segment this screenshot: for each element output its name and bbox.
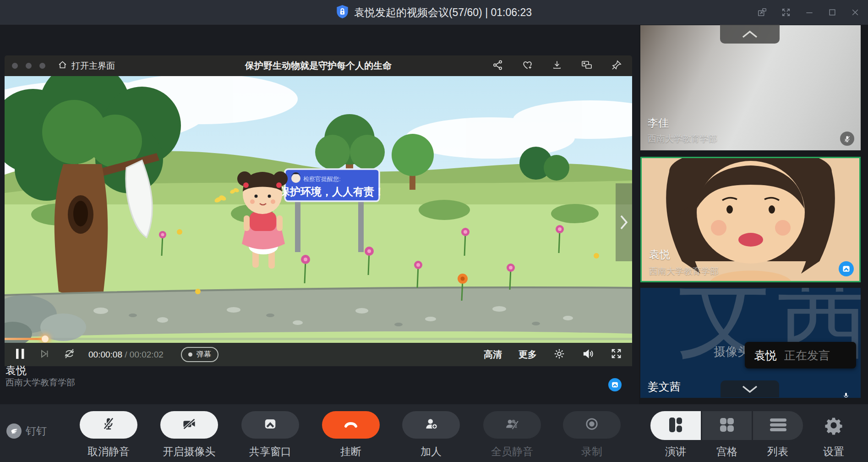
video-content[interactable]: 检察官提醒您: 保护环境，人人有责！ [5,76,632,343]
shared-window-topbar: 打开主界面 保护野生动物就是守护每个人的生命 [5,55,632,76]
hangup-label: 挂断 [305,445,397,459]
speaker-name: 袁悦 [754,348,777,363]
scroll-down-button[interactable] [721,380,779,397]
shared-video-window: 打开主界面 保护野生动物就是守护每个人的生命 [5,55,632,366]
loop-off-icon[interactable] [63,347,76,362]
participants-sidebar: 李佳 西南大学教育学部 [639,25,868,404]
presenter-org: 西南大学教育学部 [5,377,75,389]
stage-next-button[interactable] [616,183,632,261]
add-person-button[interactable] [402,411,460,439]
chevron-down-icon [741,385,759,393]
minimize-icon[interactable] [805,8,814,17]
camera-on-button[interactable] [160,411,218,439]
participant-name: 袁悦 [649,248,670,262]
screen-sharing-badge-icon [608,378,622,391]
participant-video [642,158,859,281]
chevron-up-icon [741,30,759,39]
speaker-status: 正在发言 [784,348,830,363]
player-settings-icon[interactable] [553,348,565,362]
participant-org: 西南大学教育学部 [648,133,717,145]
record-icon [585,417,599,433]
meeting-window: 袁悦发起的视频会议(57/60) | 01:06:23 打开主界面 保护野生动物… [0,0,868,462]
settings-button[interactable] [823,415,845,437]
chevron-right-icon [619,213,629,231]
mic-muted-badge-icon [840,132,854,146]
camera-off-icon [182,418,197,432]
mic-icon [842,392,850,398]
hangup-icon [343,419,359,431]
unmute-button[interactable] [80,411,137,439]
participant-name: 李佳 [648,116,669,130]
next-video-icon[interactable] [38,348,50,361]
share-window-button[interactable] [241,411,299,439]
picture-in-picture-icon[interactable] [581,60,593,72]
dingtalk-logo-icon [6,424,22,439]
popout-icon[interactable] [757,7,767,17]
participant-tile-yuanyue[interactable]: 袁悦 西南大学教育学部 [640,157,861,282]
gear-icon [824,416,843,437]
favorite-add-icon[interactable] [522,59,533,72]
unmute-label: 取消静音 [63,445,154,459]
settings-label: 设置 [788,445,868,459]
security-shield-lock-icon [336,5,349,21]
view-mode-grid[interactable] [702,411,752,440]
participant-tile-lijia[interactable]: 李佳 西南大学教育学部 [640,25,861,150]
main-stage: 打开主界面 保护野生动物就是守护每个人的生命 [0,25,639,404]
add-person-label: 加人 [385,445,477,459]
traffic-dots-icon[interactable] [12,63,45,69]
volume-icon[interactable] [582,348,594,362]
svg-text:保护环境，人人有责！: 保护环境，人人有责！ [279,186,385,198]
mute-all-icon [505,417,519,433]
svg-text:检察官提醒您:: 检察官提醒您: [303,176,341,182]
participant-name: 姜文茜 [648,380,681,394]
close-icon[interactable] [851,8,860,17]
grid-view-icon [718,416,736,436]
add-person-icon [424,417,438,433]
speaker-view-icon [666,416,685,436]
scroll-up-button[interactable] [720,25,780,44]
brand-logo: 钉钉 [6,424,47,439]
brand-name: 钉钉 [26,424,47,438]
mute-all-label: 全员静音 [466,445,558,459]
titlebar: 袁悦发起的视频会议(57/60) | 01:06:23 [0,0,868,25]
pause-icon[interactable] [15,348,26,362]
presenter-name: 袁悦 [5,363,27,378]
meeting-title: 袁悦发起的视频会议(57/60) | 01:06:23 [354,6,532,20]
bottom-toolbar: 钉钉 取消静音 开启摄像头 共享窗口 挂断 [0,404,868,462]
screen-sharing-badge-icon [839,261,854,276]
mic-off-icon [102,417,115,433]
maximize-icon[interactable] [828,8,837,17]
list-view-icon [769,417,788,434]
video-progress-handle[interactable] [42,336,49,342]
speaking-toast: 袁悦 正在发言 [745,342,856,368]
video-progress-bar[interactable] [5,338,632,340]
share-icon[interactable] [492,60,503,72]
more-button[interactable]: 更多 [519,348,537,361]
camera-off-label: 摄像头 [714,344,749,360]
camera-on-label: 开启摄像头 [143,445,235,459]
mute-all-button [483,411,541,439]
quality-button[interactable]: 高清 [484,348,502,361]
player-controls: 00:00:08 / 00:02:02 弹幕 高清 更多 [5,343,632,366]
view-mode-speaker[interactable] [650,411,701,440]
expand-fullscreen-icon[interactable] [781,7,791,17]
view-mode-list[interactable] [753,411,803,440]
video-progress-fill [5,338,45,340]
danmaku-dot-icon [188,352,192,357]
download-icon[interactable] [551,60,562,72]
time-display: 00:00:08 / 00:02:02 [88,350,164,360]
home-icon [58,60,67,72]
player-fullscreen-icon[interactable] [611,348,622,361]
hangup-button[interactable] [322,411,380,439]
record-button [563,411,621,439]
open-main-ui-button[interactable]: 打开主界面 [58,55,115,76]
share-screen-icon [263,417,277,433]
danmaku-toggle[interactable]: 弹幕 [181,347,218,362]
record-label: 录制 [546,445,638,459]
participant-org: 西南大学教育学部 [649,265,719,277]
share-window-label: 共享窗口 [224,445,316,459]
pin-icon[interactable] [611,60,622,72]
